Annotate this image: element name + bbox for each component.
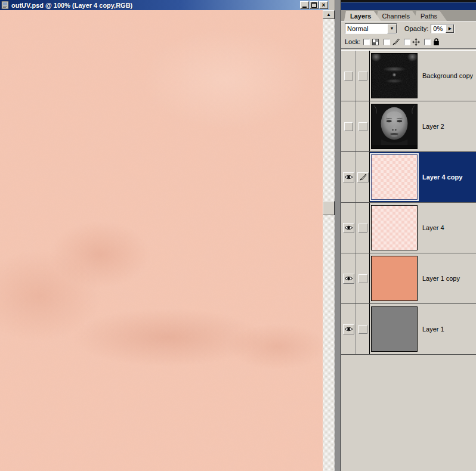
layer-name: Layer 1 xyxy=(422,326,444,333)
blend-mode-value: Normal xyxy=(345,25,387,32)
document-window: outUV.psd @ 100% (Layer 4 copy,RGB) × ▲ xyxy=(0,0,335,471)
lock-transparency-checkbox[interactable] xyxy=(363,39,370,45)
link-toggle[interactable] xyxy=(356,253,370,303)
visibility-toggle[interactable] xyxy=(341,152,356,202)
close-button[interactable]: × xyxy=(319,1,328,9)
lock-row: Lock: xyxy=(341,35,476,48)
layer-name: Layer 4 copy xyxy=(422,173,462,181)
empty-eye-well xyxy=(344,72,353,80)
maximize-button[interactable] xyxy=(310,1,319,9)
lock-all-checkbox[interactable] xyxy=(424,39,431,45)
opacity-popup-arrow-icon[interactable]: ▶ xyxy=(446,24,454,33)
palette-empty-area xyxy=(341,355,476,471)
tab-layers[interactable]: Layers xyxy=(344,11,381,21)
empty-link-well xyxy=(358,325,367,334)
link-toggle[interactable] xyxy=(356,101,370,151)
palette-tab-row: Layers Channels Paths xyxy=(341,10,476,21)
layer-row-layer-4-copy[interactable]: Layer 4 copy xyxy=(341,152,476,203)
layer-thumbnail[interactable] xyxy=(371,205,418,250)
eye-icon xyxy=(344,275,353,281)
scroll-up-button[interactable]: ▲ xyxy=(323,10,335,19)
transparency-checker-icon xyxy=(372,38,379,46)
active-paint-indicator[interactable] xyxy=(356,152,370,202)
layer-name: Background copy xyxy=(422,72,473,79)
empty-link-well xyxy=(358,274,367,283)
lock-image-checkbox[interactable] xyxy=(384,39,390,45)
layer-row-layer-2[interactable]: Layer 2 xyxy=(341,101,476,152)
document-titlebar[interactable]: outUV.psd @ 100% (Layer 4 copy,RGB) × xyxy=(0,0,329,10)
maximize-icon xyxy=(311,2,317,8)
opacity-field[interactable]: 0% ▶ xyxy=(431,24,455,33)
paintbrush-icon xyxy=(392,38,400,46)
eye-icon xyxy=(344,225,353,231)
canvas-area[interactable] xyxy=(0,10,323,471)
layer-thumbnail[interactable] xyxy=(371,104,418,149)
link-toggle[interactable] xyxy=(356,51,370,101)
visibility-toggle[interactable] xyxy=(341,304,356,354)
visibility-toggle[interactable] xyxy=(341,101,356,151)
app-workspace: outUV.psd @ 100% (Layer 4 copy,RGB) × ▲ xyxy=(0,0,476,471)
blend-opacity-row: Normal ▼ Opacity: 0% ▶ xyxy=(341,21,476,35)
padlock-icon xyxy=(432,38,440,46)
arrow-up-icon: ▲ xyxy=(326,12,331,17)
document-icon xyxy=(1,1,9,9)
empty-eye-well xyxy=(344,122,353,131)
layer-name: Layer 2 xyxy=(422,123,444,130)
scrollbar-thumb[interactable] xyxy=(323,201,335,215)
empty-link-well xyxy=(358,224,367,233)
tab-channels[interactable]: Channels xyxy=(376,11,419,21)
move-arrows-icon xyxy=(412,38,420,46)
layer-row-background-copy[interactable]: Background copy xyxy=(341,51,476,101)
paintbrush-icon xyxy=(359,173,367,181)
visibility-toggle[interactable] xyxy=(341,203,356,253)
eye-icon xyxy=(344,326,353,332)
layer-list: Background copy xyxy=(341,51,476,355)
opacity-value: 0% xyxy=(431,25,446,32)
close-icon: × xyxy=(322,2,326,8)
window-right-edge xyxy=(335,0,335,471)
chevron-down-icon[interactable]: ▼ xyxy=(387,24,397,33)
opacity-label: Opacity: xyxy=(404,25,428,32)
blend-mode-select[interactable]: Normal ▼ xyxy=(345,23,397,34)
palette-titlebar[interactable] xyxy=(341,2,476,10)
link-toggle[interactable] xyxy=(356,203,370,253)
layer-row-layer-4[interactable]: Layer 4 xyxy=(341,203,476,253)
layer-thumbnail[interactable] xyxy=(371,53,418,98)
minimize-button[interactable] xyxy=(300,1,309,9)
layers-palette: Layers Channels Paths Normal ▼ Opacity: … xyxy=(341,0,476,471)
layer-thumbnail[interactable] xyxy=(371,306,418,352)
visibility-toggle[interactable] xyxy=(341,253,356,303)
layer-thumbnail[interactable] xyxy=(371,154,418,200)
layer-thumbnail[interactable] xyxy=(371,256,418,301)
layer-row-layer-1[interactable]: Layer 1 xyxy=(341,304,476,355)
tab-paths[interactable]: Paths xyxy=(415,11,447,21)
layer-name: Layer 4 xyxy=(422,224,444,231)
minimize-icon xyxy=(302,7,307,8)
window-title: outUV.psd @ 100% (Layer 4 copy,RGB) xyxy=(11,2,132,9)
lock-position-checkbox[interactable] xyxy=(404,39,410,45)
empty-link-well xyxy=(358,72,367,80)
layer-row-layer-1-copy[interactable]: Layer 1 copy xyxy=(341,253,476,304)
visibility-toggle[interactable] xyxy=(341,51,356,101)
canvas-smudges xyxy=(0,10,323,471)
layer-name: Layer 1 copy xyxy=(422,275,460,282)
eye-icon xyxy=(344,174,353,180)
lock-label: Lock: xyxy=(345,38,360,45)
vertical-scrollbar[interactable]: ▲ xyxy=(323,10,335,471)
empty-link-well xyxy=(358,122,367,131)
link-toggle[interactable] xyxy=(356,304,370,354)
